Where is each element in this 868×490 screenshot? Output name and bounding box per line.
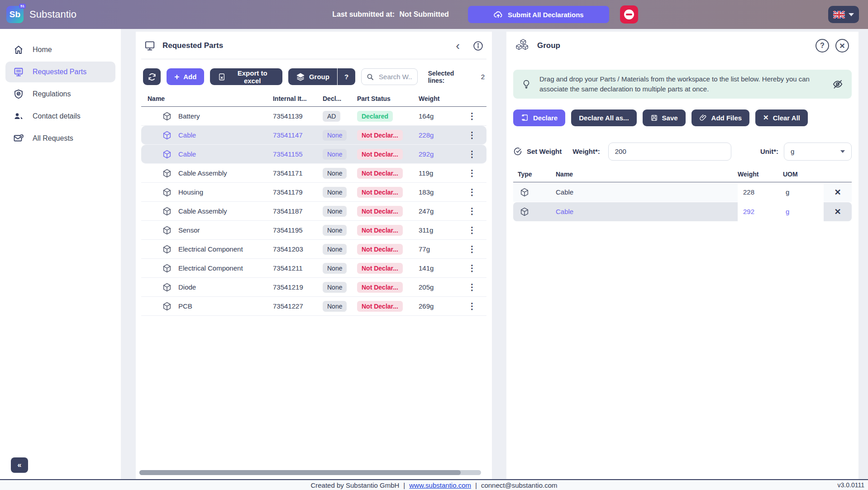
internal-item-number: 73541155	[273, 150, 323, 158]
add-button[interactable]: + Add	[167, 68, 204, 85]
close-panel-button[interactable]: ✕	[835, 39, 849, 52]
search-input[interactable]	[378, 72, 413, 81]
group-table-row[interactable]: Cable 292 g ✕	[513, 202, 852, 221]
weight-cell[interactable]: 228	[738, 183, 783, 202]
website-link[interactable]: www.substantio.com	[409, 481, 471, 489]
eye-off-icon[interactable]	[832, 78, 844, 90]
footer-email: connect@substantio.com	[481, 481, 558, 489]
table-row[interactable]: Cable Assembly 73541171 None Not Declar.…	[141, 164, 486, 183]
sidebar-item-regulations[interactable]: Regulations	[5, 84, 115, 105]
declaration-badge: None	[323, 149, 347, 160]
check-circle-icon[interactable]	[513, 147, 522, 156]
collapse-panel-icon[interactable]: ‹	[456, 40, 460, 52]
table-row[interactable]: Sensor 73541195 None Not Declar... 311g …	[141, 221, 486, 240]
submit-all-declarations-button[interactable]: Submit All Declarations	[468, 6, 609, 23]
export-to-excel-button[interactable]: Export to excel	[210, 68, 282, 85]
internal-item-number: 73541211	[273, 264, 323, 272]
column-uom: UOM	[783, 171, 824, 178]
row-menu-button[interactable]: ⋮	[467, 111, 476, 121]
group-button[interactable]: Group	[288, 68, 337, 85]
last-submitted-value: Not Submitted	[400, 10, 449, 18]
uom-cell[interactable]: g	[783, 202, 824, 221]
group-table-body: Cable 228 g ✕	[513, 182, 852, 221]
table-row[interactable]: Electrical Component 73541203 None Not D…	[141, 240, 486, 259]
info-icon[interactable]	[472, 40, 484, 52]
lightbulb-icon	[521, 79, 531, 90]
table-row[interactable]: PCB 73541227 None Not Declar... 269g ⋮	[141, 297, 486, 316]
stop-button[interactable]	[620, 5, 638, 24]
column-part-status[interactable]: Part Status	[357, 95, 419, 102]
group-actions: Declare Declare All as... Save	[513, 109, 852, 126]
app-version: v3.0.0111	[838, 481, 864, 489]
sidebar-item-contact-details[interactable]: Contact details	[5, 106, 115, 127]
uom-cell[interactable]: g	[783, 183, 824, 202]
table-row[interactable]: Cable 73541147 None Not Declar... 228g ⋮	[141, 126, 486, 145]
row-menu-button[interactable]: ⋮	[467, 206, 476, 216]
row-menu-button[interactable]: ⋮	[467, 244, 476, 254]
weight-cell[interactable]: 292	[738, 202, 783, 221]
selected-lines-value: 2	[481, 73, 485, 81]
table-row[interactable]: Cable 73541155 None Not Declar... 292g ⋮	[141, 145, 486, 164]
row-menu-button[interactable]: ⋮	[467, 263, 476, 273]
declare-button[interactable]: Declare	[513, 109, 565, 126]
table-row[interactable]: Diode 73541219 None Not Declar... 205g ⋮	[141, 278, 486, 297]
part-weight: 183g	[419, 188, 459, 196]
declare-all-as-button[interactable]: Declare All as...	[571, 109, 636, 126]
last-submitted-status: Last submitted at: Not Submitted	[332, 10, 449, 19]
column-weight[interactable]: Weight	[419, 95, 459, 102]
excel-file-icon	[218, 73, 226, 81]
group-table-row[interactable]: Cable 228 g ✕	[513, 183, 852, 202]
table-header: Name Internal It... Decl... Part Status …	[141, 90, 486, 107]
column-name[interactable]: Name	[143, 95, 273, 102]
app-window: Sb 51 Substantio Last submitted at: Not …	[0, 0, 868, 490]
part-status-badge: Not Declar...	[357, 187, 403, 198]
remove-row-button[interactable]: ✕	[834, 188, 841, 196]
help-button[interactable]: ?	[816, 39, 829, 52]
horizontal-scrollbar[interactable]	[139, 470, 481, 475]
part-cube-icon	[162, 187, 172, 197]
sidebar-item-all-requests[interactable]: All Requests	[5, 128, 115, 149]
column-internal-item[interactable]: Internal It...	[273, 95, 323, 102]
declaration-badge: None	[323, 301, 347, 312]
refresh-button[interactable]	[143, 68, 161, 85]
part-status-badge: Not Declar...	[357, 263, 403, 274]
top-bar-center: Last submitted at: Not Submitted Submit …	[142, 5, 828, 24]
top-bar: Sb 51 Substantio Last submitted at: Not …	[0, 0, 868, 29]
row-menu-button[interactable]: ⋮	[467, 282, 476, 292]
remove-row-button[interactable]: ✕	[834, 208, 841, 216]
weight-input[interactable]	[608, 143, 731, 161]
unit-select[interactable]: g	[784, 143, 852, 161]
content-area: Requested Parts ‹	[121, 29, 868, 479]
sidebar-collapse-button[interactable]: «	[11, 457, 28, 473]
save-button[interactable]: Save	[643, 109, 686, 126]
table-row[interactable]: Housing 73541179 None Not Declar... 183g…	[141, 183, 486, 202]
row-menu-button[interactable]: ⋮	[467, 225, 476, 235]
part-status-badge: Not Declar...	[357, 206, 403, 217]
table-row[interactable]: Battery 73541139 AD Declared 164g ⋮	[141, 107, 486, 126]
row-menu-button[interactable]: ⋮	[467, 149, 476, 159]
group-help-button[interactable]: ?	[338, 68, 355, 85]
row-menu-button[interactable]: ⋮	[467, 301, 476, 311]
users-icon	[13, 110, 24, 122]
part-weight: 228g	[419, 131, 459, 139]
sidebar-item-home[interactable]: Home	[5, 39, 115, 60]
part-cube-icon	[162, 149, 172, 159]
row-menu-button[interactable]: ⋮	[467, 187, 476, 197]
row-menu-button[interactable]: ⋮	[467, 130, 476, 140]
table-row[interactable]: Cable Assembly 73541187 None Not Declar.…	[141, 202, 486, 221]
part-status-badge: Not Declar...	[357, 149, 403, 160]
part-cube-icon	[162, 206, 172, 216]
table-row[interactable]: Electrical Component 73541211 None Not D…	[141, 259, 486, 278]
part-name: Diode	[178, 283, 196, 291]
clear-all-button[interactable]: ✕ Clear All	[755, 109, 808, 126]
sidebar-item-requested-parts[interactable]: Requested Parts	[5, 62, 115, 82]
row-menu-button[interactable]: ⋮	[467, 168, 476, 178]
part-weight: 141g	[419, 264, 459, 272]
column-declaration[interactable]: Decl...	[323, 95, 357, 102]
internal-item-number: 73541227	[273, 302, 323, 310]
part-status-badge: Not Declar...	[357, 130, 403, 141]
scrollbar-thumb[interactable]	[139, 470, 461, 475]
language-selector[interactable]	[828, 6, 859, 23]
add-files-button[interactable]: Add Files	[692, 109, 750, 126]
part-name: Electrical Component	[178, 245, 243, 253]
